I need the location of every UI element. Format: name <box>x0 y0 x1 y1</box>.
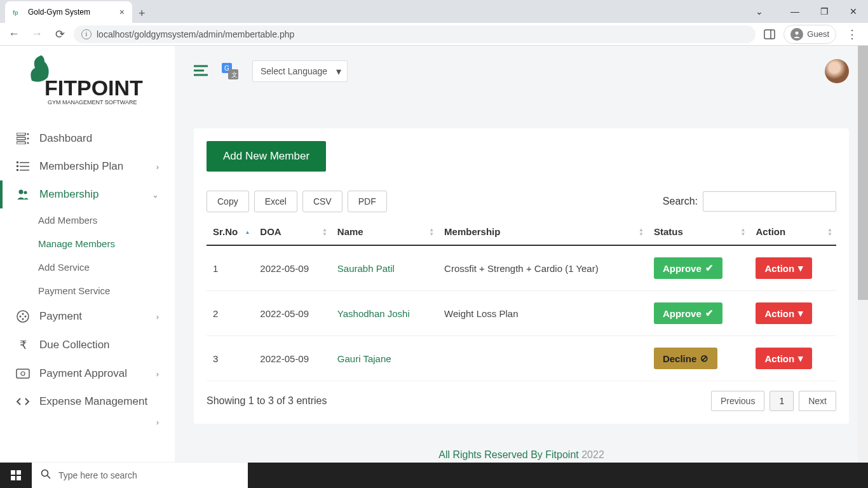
sidebar-item-membership-plan[interactable]: Membership Plan › <box>0 152 175 180</box>
cell-status: Approve ✔ <box>648 245 750 291</box>
next-button[interactable]: Next <box>799 391 836 411</box>
member-name-link[interactable]: Yashodhan Joshi <box>337 308 410 319</box>
code-icon <box>16 397 30 406</box>
taskbar-search[interactable]: Type here to search <box>32 463 248 488</box>
showing-text: Showing 1 to 3 of 3 entries <box>207 395 327 407</box>
svg-rect-14 <box>17 165 18 167</box>
table-row: 1 2022-05-09 Saurabh Patil Crossfit + St… <box>207 245 836 291</box>
close-window-button[interactable]: ✕ <box>839 0 868 23</box>
scrollbar[interactable] <box>858 46 868 463</box>
sidebar-item-dashboard[interactable]: Dashboard <box>0 125 175 152</box>
sidebar-item-due-collection[interactable]: ₹ Due Collection <box>0 330 175 360</box>
browser-tab[interactable]: fp Gold-Gym System × <box>5 1 132 23</box>
col-name[interactable]: Name▲▼ <box>331 219 438 245</box>
close-icon[interactable]: × <box>119 7 125 17</box>
site-info-icon[interactable]: i <box>81 29 92 39</box>
col-membership[interactable]: Membership▲▼ <box>438 219 648 245</box>
user-avatar[interactable] <box>825 59 849 83</box>
submenu-payment-service[interactable]: Payment Service <box>38 279 175 302</box>
reload-button[interactable]: ⟳ <box>51 25 69 43</box>
svg-rect-15 <box>20 166 29 167</box>
sidebar-label: Expense Management <box>39 395 147 408</box>
minimize-button[interactable]: — <box>780 0 810 23</box>
prev-button[interactable]: Previous <box>711 391 764 411</box>
svg-rect-34 <box>11 470 15 475</box>
member-name-link[interactable]: Saurabh Patil <box>337 263 395 274</box>
new-tab-button[interactable]: + <box>132 4 152 23</box>
svg-rect-17 <box>20 170 29 171</box>
cell-name: Yashodhan Joshi <box>331 291 438 336</box>
action-dropdown-button[interactable]: Action ▾ <box>756 348 812 369</box>
excel-button[interactable]: Excel <box>254 191 297 212</box>
members-table: Sr.No▲ DOA▲▼ Name▲▼ Membership▲▼ Status▲… <box>207 219 836 381</box>
sidebar: FITPOINT GYM MANAGEMENT SOFTWARE Dashboa… <box>0 46 175 462</box>
submenu-manage-members[interactable]: Manage Members <box>38 232 175 255</box>
cell-srno: 1 <box>207 245 254 291</box>
svg-rect-37 <box>17 476 21 480</box>
browser-menu-icon[interactable]: ⋮ <box>841 27 863 41</box>
main-content: G文 Select Language Add New Member Copy E… <box>175 46 868 462</box>
language-select-wrap: Select Language <box>252 60 348 82</box>
cell-action: Action ▾ <box>749 291 836 336</box>
cell-name: Gauri Tajane <box>331 336 438 381</box>
money-icon <box>16 369 30 379</box>
svg-point-26 <box>21 372 25 376</box>
cell-doa: 2022-05-09 <box>254 291 330 336</box>
submenu-add-members[interactable]: Add Members <box>38 208 175 232</box>
menu-toggle-icon[interactable] <box>194 62 208 80</box>
sidebar-item-payment[interactable]: Payment › <box>0 302 175 330</box>
cell-action: Action ▾ <box>749 336 836 381</box>
svg-point-19 <box>24 191 27 194</box>
cell-doa: 2022-05-09 <box>254 245 330 291</box>
sidebar-label: Payment Approval <box>39 367 127 380</box>
maximize-button[interactable]: ❐ <box>810 0 839 23</box>
svg-rect-16 <box>17 169 18 171</box>
pdf-button[interactable]: PDF <box>348 191 387 212</box>
svg-rect-35 <box>17 470 21 475</box>
chevron-down-icon: ▾ <box>798 353 803 364</box>
export-buttons: Copy Excel CSV PDF <box>207 191 387 212</box>
sidebar-item-expense-management[interactable]: Expense Management › <box>0 388 175 435</box>
chevron-down-icon: ▾ <box>798 308 803 319</box>
svg-rect-8 <box>17 142 25 144</box>
action-dropdown-button[interactable]: Action ▾ <box>756 302 812 324</box>
col-srno[interactable]: Sr.No▲ <box>207 219 254 245</box>
profile-button[interactable]: Guest <box>783 25 836 44</box>
member-name-link[interactable]: Gauri Tajane <box>337 353 391 364</box>
svg-rect-25 <box>17 369 29 378</box>
forward-button[interactable]: → <box>28 25 46 43</box>
language-select[interactable]: Select Language <box>252 60 348 82</box>
back-button[interactable]: ← <box>5 25 23 43</box>
pagination: Previous 1 Next <box>711 391 836 411</box>
sidebar-item-payment-approval[interactable]: Payment Approval › <box>0 360 175 388</box>
logo[interactable]: FITPOINT GYM MANAGEMENT SOFTWARE <box>0 46 175 125</box>
start-button[interactable] <box>0 463 32 488</box>
svg-point-9 <box>27 133 29 135</box>
col-doa[interactable]: DOA▲▼ <box>254 219 330 245</box>
dashboard-icon <box>16 133 30 144</box>
svg-point-23 <box>25 316 27 318</box>
cell-srno: 2 <box>207 291 254 336</box>
table-row: 3 2022-05-09 Gauri Tajane Decline ⊘ Acti… <box>207 336 836 381</box>
svg-rect-1 <box>764 30 775 39</box>
status-badge: Decline ⊘ <box>654 348 717 369</box>
address-bar[interactable]: i localhost/goldgymsystem/admin/memberta… <box>74 25 756 43</box>
col-action[interactable]: Action▲▼ <box>749 219 836 245</box>
action-dropdown-button[interactable]: Action ▾ <box>756 257 812 279</box>
csv-button[interactable]: CSV <box>302 191 342 212</box>
col-status[interactable]: Status▲▼ <box>648 219 750 245</box>
scrollbar-thumb[interactable] <box>858 46 868 300</box>
copy-button[interactable]: Copy <box>207 191 249 212</box>
table-footer: Showing 1 to 3 of 3 entries Previous 1 N… <box>207 391 836 411</box>
add-new-member-button[interactable]: Add New Member <box>207 141 326 172</box>
page-1-button[interactable]: 1 <box>770 391 794 411</box>
search-input[interactable] <box>703 191 836 212</box>
side-panel-icon[interactable] <box>761 25 778 43</box>
search-label: Search: <box>663 196 698 207</box>
svg-rect-6 <box>17 133 25 135</box>
sidebar-item-membership[interactable]: Membership ⌄ <box>0 180 175 208</box>
profile-label: Guest <box>807 29 829 39</box>
tab-search-icon[interactable]: ⌄ <box>745 0 774 23</box>
cell-membership: Crossfit + Strength + Cardio (1 Year) <box>438 245 648 291</box>
submenu-add-service[interactable]: Add Service <box>38 255 175 279</box>
